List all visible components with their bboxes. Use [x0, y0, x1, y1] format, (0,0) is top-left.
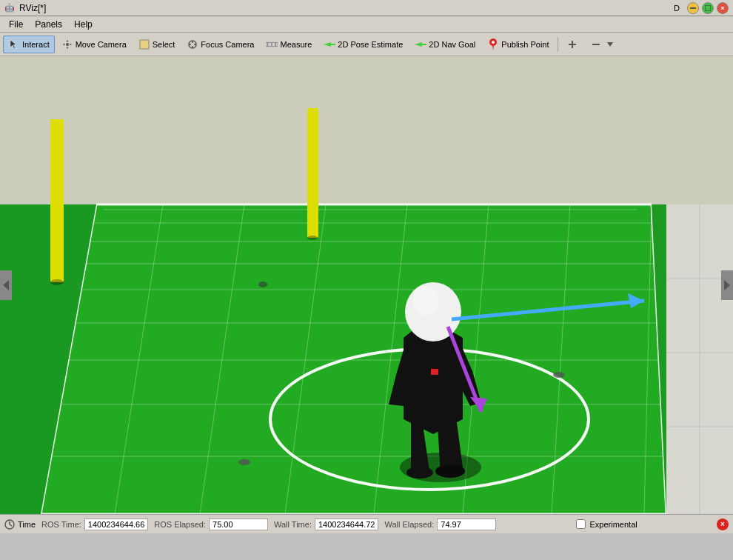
tool-interact-label: Interact	[22, 40, 50, 49]
menu-file[interactable]: File	[3, 18, 29, 31]
svg-marker-2	[10, 40, 16, 49]
ruler-icon	[266, 39, 278, 50]
toolbar: Interact Move Camera Select	[0, 33, 733, 56]
ros-time-value: 1400234644.66	[84, 519, 148, 530]
svg-point-74	[412, 286, 439, 316]
viewport-left-arrow[interactable]	[0, 270, 12, 300]
window-title: RViz[*]	[19, 3, 46, 13]
pin-red-icon	[487, 39, 499, 50]
svg-marker-29	[0, 204, 733, 514]
tool-measure-label: Measure	[280, 40, 312, 49]
titlebar-d-label: D	[674, 4, 680, 13]
tool-pose-estimate-label: 2D Pose Estimate	[338, 40, 403, 49]
svg-marker-5	[66, 47, 68, 49]
svg-point-56	[238, 459, 250, 465]
experimental-label: Experimental	[590, 520, 637, 529]
tool-nav-goal[interactable]: 2D Nav Goal	[409, 36, 481, 53]
viewport[interactable]	[0, 56, 733, 514]
svg-point-80	[258, 281, 267, 287]
menubar: File Panels Help	[0, 16, 733, 33]
tool-publish-point-label: Publish Point	[501, 40, 549, 49]
ros-elapsed-label: ROS Elapsed:	[154, 520, 206, 529]
minus-icon	[590, 39, 602, 50]
clock-icon	[4, 519, 15, 530]
nav-goal-icon	[415, 39, 426, 50]
close-button[interactable]: ×	[717, 2, 729, 14]
svg-marker-87	[724, 280, 730, 290]
tool-interact[interactable]: Interact	[3, 36, 55, 53]
svg-point-69	[435, 464, 465, 478]
ros-time-section: ROS Time: 1400234644.66	[41, 519, 148, 530]
tool-move-camera[interactable]: Move Camera	[56, 36, 132, 53]
svg-rect-8	[140, 40, 149, 49]
tool-select[interactable]: Select	[133, 36, 181, 53]
plus-icon	[566, 39, 578, 50]
svg-marker-19	[415, 42, 426, 47]
ros-elapsed-value: 75.00	[209, 519, 268, 530]
svg-point-64	[307, 236, 318, 240]
tool-select-label: Select	[153, 40, 175, 49]
toolbar-separator	[558, 37, 558, 52]
svg-marker-22	[492, 45, 494, 50]
tool-measure[interactable]: Measure	[261, 36, 317, 53]
titlebar-controls: D ×	[674, 2, 729, 14]
time-label: Time	[18, 520, 36, 529]
ros-time-label: ROS Time:	[41, 520, 81, 529]
svg-marker-26	[607, 42, 613, 47]
svg-rect-75	[431, 369, 438, 375]
statusbar: Time ROS Time: 1400234644.66 ROS Elapsed…	[0, 514, 733, 533]
tool-focus-camera-label: Focus Camera	[201, 40, 254, 49]
svg-point-3	[66, 43, 69, 46]
app-icon: 🤖	[4, 3, 15, 13]
svg-marker-18	[324, 42, 335, 47]
wall-time-label: Wall Time:	[274, 520, 312, 529]
3d-scene	[0, 56, 733, 514]
svg-marker-4	[66, 40, 68, 42]
tool-minus-button[interactable]	[585, 36, 621, 53]
tool-nav-goal-label: 2D Nav Goal	[429, 40, 475, 49]
wall-time-section: Wall Time: 1400234644.72	[274, 519, 378, 530]
viewport-right-arrow[interactable]	[721, 270, 733, 300]
minimize-button[interactable]	[687, 2, 699, 14]
pose-estimate-icon	[324, 39, 335, 50]
svg-point-21	[492, 41, 495, 44]
time-section: Time	[4, 519, 36, 530]
experimental-checkbox[interactable]	[576, 519, 586, 529]
tool-move-camera-label: Move Camera	[76, 40, 127, 49]
wall-time-value: 1400234644.72	[315, 519, 378, 530]
experimental-section: Experimental	[576, 519, 637, 529]
wall-elapsed-label: Wall Elapsed:	[384, 520, 434, 529]
svg-marker-7	[70, 43, 72, 45]
wall-elapsed-value: 74.97	[437, 519, 496, 530]
move-icon	[61, 39, 73, 50]
svg-point-55	[553, 372, 565, 378]
svg-line-90	[10, 524, 12, 526]
wall-elapsed-section: Wall Elapsed: 74.97	[384, 519, 496, 530]
ros-elapsed-section: ROS Elapsed: 75.00	[154, 519, 268, 530]
menu-help[interactable]: Help	[68, 18, 98, 31]
maximize-button[interactable]	[702, 2, 714, 14]
tool-focus-camera[interactable]: Focus Camera	[181, 36, 259, 53]
svg-point-62	[50, 279, 64, 285]
svg-marker-6	[63, 43, 65, 45]
menu-panels[interactable]: Panels	[29, 18, 68, 31]
tool-publish-point[interactable]: Publish Point	[482, 36, 554, 53]
svg-rect-63	[307, 108, 318, 238]
titlebar: 🤖 RViz[*] D ×	[0, 0, 733, 16]
svg-rect-1	[705, 5, 711, 11]
status-error-button[interactable]: ×	[717, 519, 729, 530]
svg-rect-0	[690, 7, 696, 9]
tool-plus-button[interactable]	[561, 36, 583, 53]
svg-rect-61	[50, 119, 64, 282]
tool-pose-estimate[interactable]: 2D Pose Estimate	[318, 36, 408, 53]
cursor-icon	[8, 39, 20, 50]
select-icon	[138, 39, 150, 50]
svg-point-68	[406, 467, 433, 479]
focus-icon	[187, 39, 198, 50]
svg-marker-86	[3, 280, 9, 290]
chevron-down-icon	[604, 39, 616, 50]
